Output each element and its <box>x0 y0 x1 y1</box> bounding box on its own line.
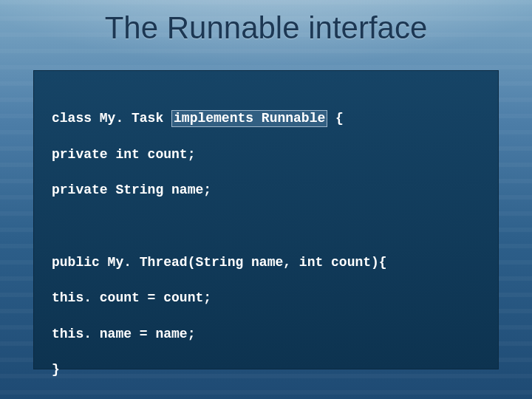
code-line: } <box>52 361 480 378</box>
code-panel: class My. Task implements Runnable { pri… <box>33 70 499 369</box>
highlight-implements: implements Runnable <box>171 110 327 127</box>
code-block: class My. Task implements Runnable { pri… <box>52 92 480 399</box>
code-line: private int count; <box>52 146 480 163</box>
code-line: class My. Task implements Runnable { <box>52 109 480 127</box>
code-text: class My. Task <box>52 111 171 126</box>
slide-title: The Runnable interface <box>0 10 532 46</box>
slide: The Runnable interface class My. Task im… <box>0 0 532 399</box>
blank-line <box>52 217 480 235</box>
code-text: { <box>327 111 344 126</box>
code-line: this. name = name; <box>52 325 480 343</box>
code-line: public My. Thread(String name, int count… <box>52 253 480 271</box>
code-line: private String name; <box>52 181 480 199</box>
code-line: this. count = count; <box>52 289 480 307</box>
